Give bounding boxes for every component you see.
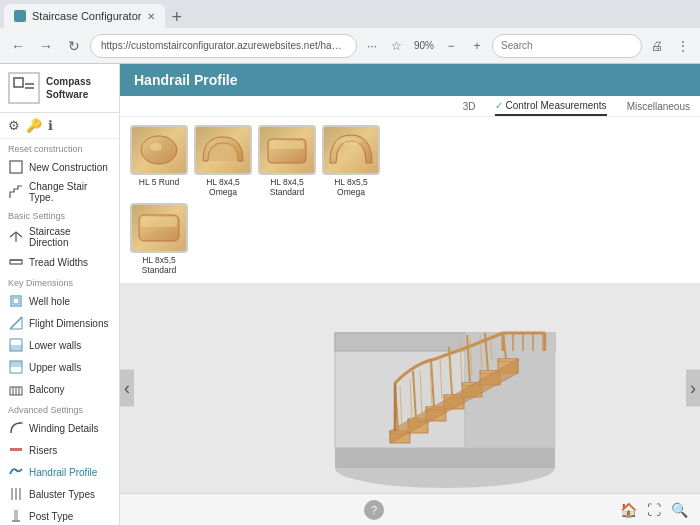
help-button[interactable]: ? bbox=[364, 500, 384, 520]
key-dimensions-label: Key Dimensions bbox=[0, 273, 119, 290]
main-body: 3D ✓Control Measurements Miscellaneous bbox=[120, 96, 700, 525]
sidebar-item-handrail-profile[interactable]: Handrail Profile bbox=[0, 461, 119, 483]
tab-label: Staircase Configurator bbox=[32, 10, 141, 22]
svg-rect-8 bbox=[13, 298, 19, 304]
zoom-minus[interactable]: − bbox=[440, 35, 462, 57]
nav-right-button[interactable]: › bbox=[686, 370, 700, 407]
tab-close-icon[interactable]: ✕ bbox=[147, 11, 155, 22]
sidebar-item-baluster-types[interactable]: Baluster Types bbox=[0, 483, 119, 505]
reload-button[interactable]: ↻ bbox=[62, 34, 86, 58]
svg-rect-5 bbox=[10, 260, 22, 264]
bottom-right: 🏠 ⛶ 🔍 bbox=[618, 500, 690, 520]
bottom-center: ? bbox=[364, 500, 384, 520]
sidebar-item-tread-widths[interactable]: Tread Widths bbox=[0, 251, 119, 273]
tab-check-icon: ✓ bbox=[495, 100, 503, 111]
sidebar-item-change-stair[interactable]: Change Stair Type. bbox=[0, 178, 119, 206]
profile-thumb-hl5-rund bbox=[130, 125, 188, 175]
page-title: Handrail Profile bbox=[134, 72, 686, 88]
svg-rect-12 bbox=[10, 345, 22, 351]
profile-item-hl8x45-omega[interactable]: HL 8x4,5 Omega bbox=[194, 125, 252, 197]
bookmark-icon[interactable]: ☆ bbox=[386, 35, 408, 57]
tread-widths-label: Tread Widths bbox=[29, 257, 88, 268]
search-input[interactable] bbox=[492, 34, 642, 58]
new-construction-label: New Construction bbox=[29, 162, 108, 173]
baluster-types-icon bbox=[8, 486, 24, 502]
reset-section-label: Reset construction bbox=[0, 139, 119, 156]
home-button[interactable]: 🏠 bbox=[618, 500, 639, 520]
profile-item-hl5-rund[interactable]: HL 5 Rund bbox=[130, 125, 188, 197]
sidebar-logo: Compass Software bbox=[0, 64, 119, 113]
profile-label-hl8x45-omega: HL 8x4,5 Omega bbox=[194, 177, 252, 197]
content-area: 3D ✓Control Measurements Miscellaneous bbox=[120, 96, 700, 525]
balcony-label: Balcony bbox=[29, 384, 65, 395]
browser-chrome: Staircase Configurator ✕ + ← → ↻ ··· ☆ 9… bbox=[0, 0, 700, 64]
post-type-label: Post Type bbox=[29, 511, 73, 522]
key-icon-btn[interactable]: 🔑 bbox=[26, 118, 42, 133]
new-tab-button[interactable]: + bbox=[165, 7, 188, 28]
winding-details-label: Winding Details bbox=[29, 423, 98, 434]
well-hole-icon bbox=[8, 293, 24, 309]
browser-tabs: Staircase Configurator ✕ + bbox=[0, 0, 700, 28]
sidebar-item-flight-dimensions[interactable]: Flight Dimensions bbox=[0, 312, 119, 334]
sidebar-item-winding-details[interactable]: Winding Details bbox=[0, 417, 119, 439]
back-button[interactable]: ← bbox=[6, 34, 30, 58]
menu-dots[interactable]: ··· bbox=[361, 35, 383, 57]
svg-rect-26 bbox=[12, 520, 20, 522]
print-icon[interactable]: 🖨 bbox=[646, 35, 668, 57]
toolbar-extras: ··· ☆ bbox=[361, 35, 408, 57]
zoom-plus[interactable]: + bbox=[466, 35, 488, 57]
upper-walls-icon bbox=[8, 359, 24, 375]
view-area: ‹ › bbox=[120, 283, 700, 493]
advanced-settings-label: Advanced Settings bbox=[0, 400, 119, 417]
sidebar-item-post-type[interactable]: Post Type bbox=[0, 505, 119, 525]
active-tab: Staircase Configurator ✕ bbox=[4, 4, 165, 28]
sidebar-item-lower-walls[interactable]: Lower walls bbox=[0, 334, 119, 356]
winding-details-icon bbox=[8, 420, 24, 436]
well-hole-label: Well hole bbox=[29, 296, 70, 307]
info-icon-btn[interactable]: ℹ bbox=[48, 118, 53, 133]
sidebar-item-new-construction[interactable]: New Construction bbox=[0, 156, 119, 178]
nav-left-button[interactable]: ‹ bbox=[120, 370, 134, 407]
sidebar-item-staircase-direction[interactable]: Staircase Direction bbox=[0, 223, 119, 251]
bottom-toolbar: ? 🏠 ⛶ 🔍 bbox=[120, 493, 700, 525]
tab-3d[interactable]: 3D bbox=[463, 101, 476, 115]
sidebar-item-risers[interactable]: Risers bbox=[0, 439, 119, 461]
svg-rect-0 bbox=[14, 78, 23, 87]
tab-control-measurements[interactable]: ✓Control Measurements bbox=[495, 100, 606, 116]
svg-rect-23 bbox=[15, 488, 17, 500]
profile-item-hl8x55-standard[interactable]: HL 8x5,5 Standard bbox=[130, 203, 188, 275]
svg-rect-21 bbox=[10, 448, 22, 451]
fullscreen-button[interactable]: ⛶ bbox=[645, 500, 663, 520]
staircase-direction-label: Staircase Direction bbox=[29, 226, 111, 248]
zoom-level: 90% bbox=[412, 40, 436, 51]
profile-thumb-hl8x45-standard bbox=[258, 125, 316, 175]
tab-miscellaneous[interactable]: Miscellaneous bbox=[627, 101, 690, 115]
profiles-grid: HL 5 Rund bbox=[130, 125, 690, 197]
forward-button[interactable]: → bbox=[34, 34, 58, 58]
risers-icon bbox=[8, 442, 24, 458]
profile-item-hl8x55-omega[interactable]: HL 8x5,5 Omega bbox=[322, 125, 380, 197]
sidebar-item-balcony[interactable]: Balcony bbox=[0, 378, 119, 400]
profile-label-hl5-rund: HL 5 Rund bbox=[139, 177, 179, 187]
flight-dimensions-icon bbox=[8, 315, 24, 331]
svg-rect-38 bbox=[270, 141, 304, 149]
more-icon[interactable]: ⋮ bbox=[672, 35, 694, 57]
settings-icon-btn[interactable]: ⚙ bbox=[8, 118, 20, 133]
sidebar-item-upper-walls[interactable]: Upper walls bbox=[0, 356, 119, 378]
svg-rect-22 bbox=[11, 488, 13, 500]
profiles-section: HL 5 Rund bbox=[120, 117, 700, 283]
tread-widths-icon bbox=[8, 254, 24, 270]
profiles-grid-row2: HL 8x5,5 Standard bbox=[130, 203, 690, 275]
address-bar[interactable] bbox=[90, 34, 357, 58]
search-3d-button[interactable]: 🔍 bbox=[669, 500, 690, 520]
sidebar-item-well-hole[interactable]: Well hole bbox=[0, 290, 119, 312]
lower-walls-icon bbox=[8, 337, 24, 353]
staircase-direction-icon bbox=[8, 229, 24, 245]
tabs-bar: 3D ✓Control Measurements Miscellaneous bbox=[120, 96, 700, 117]
baluster-types-label: Baluster Types bbox=[29, 489, 95, 500]
lower-walls-label: Lower walls bbox=[29, 340, 81, 351]
upper-walls-label: Upper walls bbox=[29, 362, 81, 373]
basic-settings-section: Basic Settings Staircase Direction Tread… bbox=[0, 206, 119, 273]
profile-item-hl8x45-standard[interactable]: HL 8x4,5 Standard bbox=[258, 125, 316, 197]
key-dimensions-section: Key Dimensions Well hole Flight Dimensio… bbox=[0, 273, 119, 400]
